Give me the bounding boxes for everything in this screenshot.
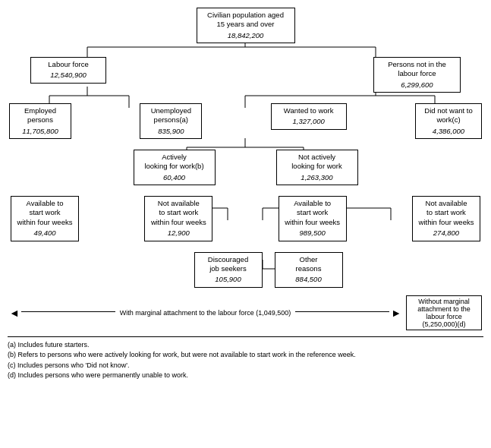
- node-not-in-labour: Persons not in the labour force 6,299,60…: [373, 57, 461, 93]
- node-did-not-want: Did not want to work(c) 4,386,000: [415, 103, 482, 139]
- labour-force-label: Labour force: [48, 60, 88, 68]
- not-actively-label: Not actively looking for work: [291, 153, 342, 170]
- actively-looking-label: Actively looking for work(b): [144, 153, 203, 170]
- footnote-c: (c) Includes persons who 'Did not know'.: [8, 361, 483, 371]
- node-employed: Employed persons 11,705,800: [9, 103, 71, 139]
- footnote-b: (b) Refers to persons who were actively …: [8, 350, 483, 361]
- discouraged-value: 105,900: [198, 275, 259, 284]
- not-avail-active-label: Not available to start work within four …: [151, 199, 206, 226]
- row-level5: Available to start work within four week…: [8, 196, 483, 241]
- node-avail-active: Available to start work within four week…: [11, 196, 79, 241]
- not-in-labour-label: Persons not in the labour force: [388, 60, 446, 77]
- node-labour-force: Labour force 12,540,900: [30, 57, 106, 84]
- footnotes: (a) Includes future starters. (b) Refers…: [8, 336, 483, 381]
- node-not-avail-active: Not available to start work within four …: [144, 196, 212, 241]
- avail-active-value: 49,400: [14, 229, 75, 238]
- node-other-reasons: Other reasons 884,500: [275, 252, 343, 288]
- footnote-d: (d) Includes persons who were permanentl…: [8, 371, 483, 381]
- avail-not-active-label: Available to start work within four week…: [285, 199, 340, 226]
- labour-force-value: 12,540,900: [34, 71, 102, 80]
- row-root: Civilian population aged 15 years and ov…: [8, 8, 483, 43]
- with-marginal-line: [21, 311, 115, 312]
- did-not-want-value: 4,386,000: [419, 127, 478, 136]
- not-avail-not-active-value: 274,800: [416, 229, 477, 238]
- did-not-want-label: Did not want to work(c): [424, 106, 472, 124]
- right-arrow-icon: ►: [391, 307, 401, 319]
- diagram: Civilian population aged 15 years and ov…: [8, 8, 483, 330]
- node-root: Civilian population aged 15 years and ov…: [197, 8, 295, 43]
- footnote-a: (a) Includes future starters.: [8, 340, 483, 351]
- other-reasons-label: Other reasons: [296, 255, 322, 273]
- not-avail-active-value: 12,900: [148, 229, 209, 238]
- node-not-actively: Not actively looking for work 1,263,300: [276, 150, 358, 185]
- root-value: 18,842,200: [200, 31, 291, 40]
- not-avail-not-active-label: Not available to start work within four …: [419, 199, 474, 226]
- node-not-avail-not-active: Not available to start work within four …: [412, 196, 480, 241]
- not-in-labour-value: 6,299,600: [377, 80, 457, 90]
- node-avail-not-active: Available to start work within four week…: [279, 196, 347, 241]
- employed-value: 11,705,800: [13, 127, 68, 136]
- discouraged-label: Discouraged job seekers: [208, 255, 248, 273]
- avail-not-active-value: 989,500: [282, 229, 343, 238]
- row-level6: Discouraged job seekers 105,900 Other re…: [53, 252, 483, 288]
- other-reasons-value: 884,500: [279, 275, 339, 284]
- avail-active-label: Available to start work within four week…: [17, 199, 73, 226]
- row-level4: Actively looking for work(b) 60,400 Not …: [8, 150, 483, 185]
- arrow-row: ◄ With marginal attachment to the labour…: [8, 295, 483, 330]
- without-marginal-box: Without marginal attachment to the labou…: [406, 295, 482, 330]
- node-wanted-to-work: Wanted to work 1,327,000: [271, 103, 347, 130]
- unemployed-value: 835,900: [143, 127, 198, 136]
- actively-looking-value: 60,400: [137, 173, 212, 182]
- root-label: Civilian population aged 15 years and ov…: [207, 11, 284, 28]
- row-level2: Labour force 12,540,900 Persons not in t…: [8, 57, 483, 93]
- node-unemployed: Unemployed persons(a) 835,900: [140, 103, 202, 139]
- node-actively-looking: Actively looking for work(b) 60,400: [134, 150, 216, 185]
- not-actively-value: 1,263,300: [280, 173, 354, 182]
- employed-label: Employed persons: [24, 106, 56, 124]
- without-marginal-text: Without marginal attachment to the labou…: [417, 298, 471, 328]
- with-marginal-text: With marginal attachment to the labour f…: [117, 309, 294, 317]
- left-arrow-icon: ◄: [9, 307, 20, 319]
- node-discouraged: Discouraged job seekers 105,900: [194, 252, 263, 288]
- wanted-to-work-value: 1,327,000: [275, 117, 343, 126]
- row-level3: Employed persons 11,705,800 Unemployed p…: [8, 103, 483, 139]
- unemployed-label: Unemployed persons(a): [151, 106, 191, 124]
- with-marginal-container: ◄ With marginal attachment to the labour…: [9, 307, 401, 319]
- wanted-to-work-label: Wanted to work: [284, 106, 334, 115]
- with-marginal-line2: [295, 311, 389, 312]
